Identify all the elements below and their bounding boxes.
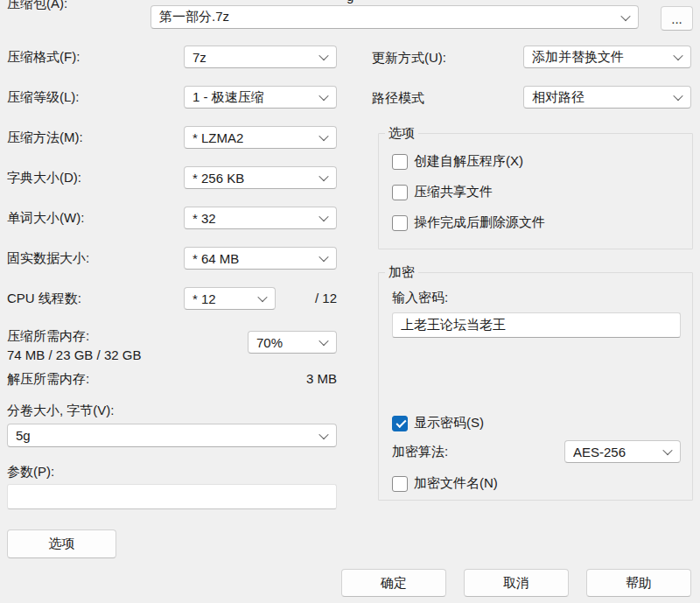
encryption-group-title: 加密	[385, 264, 418, 281]
browse-button[interactable]: ...	[661, 6, 693, 31]
cancel-button-label: 取消	[503, 575, 529, 592]
cpu-threads-combobox[interactable]: * 12	[184, 287, 276, 310]
word-size-value: * 32	[192, 211, 216, 226]
chevron-down-icon	[318, 91, 328, 101]
archive-name-combobox[interactable]: 第一部分.7z	[150, 5, 639, 29]
chevron-down-icon	[673, 91, 682, 101]
parameters-input[interactable]	[7, 484, 337, 509]
memory-compress-label: 压缩所需内存:	[7, 328, 89, 345]
checkbox-encrypt-names-label: 加密文件名(N)	[414, 475, 498, 492]
archive-name-value: 第一部分.7z	[159, 9, 229, 25]
checkbox-create-sfx-label: 创建自解压程序(X)	[414, 153, 523, 170]
chevron-down-icon	[318, 212, 328, 221]
path-mode-value: 相对路径	[532, 89, 584, 106]
chevron-down-icon	[257, 292, 267, 302]
solid-block-label: 固实数据大小:	[7, 250, 89, 267]
solid-block-value: * 64 MB	[192, 251, 239, 266]
chevron-down-icon	[318, 131, 328, 141]
clipped-text-remnant: g	[346, 0, 354, 4]
update-mode-combobox[interactable]: 添加并替换文件	[523, 46, 691, 68]
cancel-button[interactable]: 取消	[464, 569, 569, 597]
checkbox-encrypt-names[interactable]: 加密文件名(N)	[392, 475, 498, 492]
ok-button-label: 确定	[381, 575, 407, 592]
checkbox-icon	[392, 185, 408, 200]
memory-percent-value: 70%	[256, 335, 283, 350]
chevron-down-icon	[673, 51, 682, 60]
chevron-down-icon	[318, 336, 328, 346]
checkbox-shared-files-label: 压缩共享文件	[414, 184, 493, 200]
checkbox-show-password-label: 显示密码(S)	[414, 415, 484, 431]
solid-block-combobox[interactable]: * 64 MB	[184, 247, 337, 270]
checkbox-icon	[392, 154, 408, 170]
method-combobox[interactable]: * LZMA2	[184, 126, 337, 149]
memory-compress-detail: 74 MB / 23 GB / 32 GB	[7, 347, 141, 362]
checkbox-create-sfx[interactable]: 创建自解压程序(X)	[392, 153, 523, 170]
ok-button[interactable]: 确定	[341, 569, 446, 597]
cpu-threads-label: CPU 线程数:	[7, 291, 81, 307]
level-label: 压缩等级(L):	[7, 89, 80, 106]
encryption-groupbox	[378, 272, 693, 501]
volume-size-value: 5g	[16, 428, 31, 443]
checkbox-show-password[interactable]: 显示密码(S)	[392, 415, 484, 431]
options-group-title: 选项	[385, 125, 418, 142]
checkbox-icon	[392, 416, 408, 431]
word-size-combobox[interactable]: * 32	[184, 207, 337, 229]
chevron-down-icon	[318, 429, 328, 438]
path-mode-combobox[interactable]: 相对路径	[523, 86, 691, 109]
options-button[interactable]: 选项	[7, 529, 116, 558]
memory-decompress-value: 3 MB	[262, 371, 337, 386]
password-label: 输入密码:	[392, 290, 448, 306]
update-mode-label: 更新方式(U):	[372, 50, 446, 67]
dictionary-label: 字典大小(D):	[7, 170, 81, 186]
chevron-down-icon	[318, 252, 328, 262]
encryption-method-label: 加密算法:	[392, 444, 448, 460]
volume-size-combobox[interactable]: 5g	[7, 424, 337, 447]
checkbox-icon	[392, 215, 408, 231]
format-value: 7z	[192, 50, 206, 65]
path-mode-label: 路径模式	[372, 90, 424, 107]
volume-size-label: 分卷大小, 字节(V):	[7, 403, 115, 419]
encryption-method-value: AES-256	[573, 445, 626, 459]
help-button-label: 帮助	[626, 575, 652, 592]
archive-label: 压缩包(A):	[7, 0, 67, 12]
add-to-archive-dialog: 压缩包(A): g 第一部分.7z ... 压缩格式(F): 7z 压缩等级(L…	[0, 0, 700, 603]
checkbox-icon	[392, 476, 408, 492]
level-combobox[interactable]: 1 - 极速压缩	[184, 86, 337, 109]
dictionary-value: * 256 KB	[192, 171, 244, 186]
cpu-threads-max: / 12	[280, 291, 337, 305]
help-button[interactable]: 帮助	[586, 569, 691, 597]
checkbox-shared-files[interactable]: 压缩共享文件	[392, 184, 493, 200]
browse-button-label: ...	[671, 11, 682, 26]
method-label: 压缩方法(M):	[7, 130, 83, 146]
format-label: 压缩格式(F):	[7, 49, 80, 66]
checkbox-delete-after-label: 操作完成后删除源文件	[414, 214, 545, 231]
update-mode-value: 添加并替换文件	[532, 49, 624, 66]
dictionary-combobox[interactable]: * 256 KB	[184, 166, 337, 189]
word-size-label: 单词大小(W):	[7, 210, 84, 227]
checkbox-delete-after[interactable]: 操作完成后删除源文件	[392, 214, 545, 231]
chevron-down-icon	[318, 51, 328, 60]
options-button-label: 选项	[49, 536, 75, 552]
format-combobox[interactable]: 7z	[184, 46, 337, 68]
password-input[interactable]	[392, 312, 681, 338]
chevron-down-icon	[318, 172, 328, 181]
parameters-label: 参数(P):	[7, 464, 54, 480]
chevron-down-icon	[620, 11, 630, 20]
memory-decompress-label: 解压所需内存:	[7, 371, 89, 388]
method-value: * LZMA2	[192, 130, 243, 145]
cpu-threads-value: * 12	[192, 291, 216, 306]
level-value: 1 - 极速压缩	[192, 89, 264, 106]
chevron-down-icon	[662, 445, 672, 455]
memory-percent-combobox[interactable]: 70%	[248, 331, 337, 354]
encryption-method-combobox[interactable]: AES-256	[564, 440, 681, 463]
